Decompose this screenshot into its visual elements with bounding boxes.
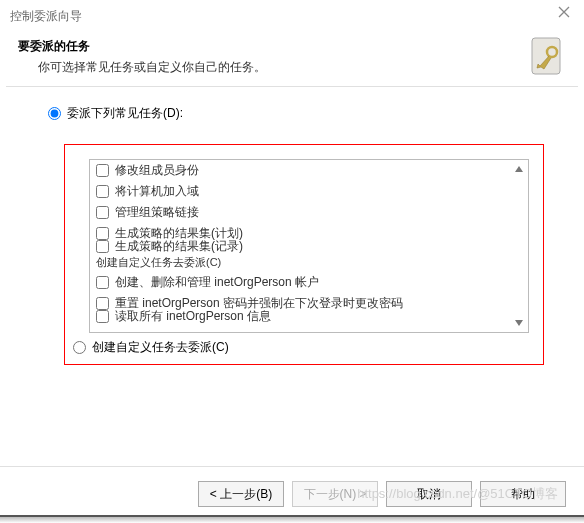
radio-common-label: 委派下列常见任务(D): [67, 105, 183, 122]
task-item[interactable]: 修改组成员身份 [90, 160, 528, 181]
task-label: 管理组策略链接 [115, 204, 199, 221]
close-button[interactable] [558, 6, 578, 26]
cancel-button[interactable]: 取消 [386, 481, 472, 507]
task-item[interactable]: 读取所有 inetOrgPerson 信息 [90, 306, 528, 327]
task-checkbox[interactable] [96, 240, 109, 253]
task-item[interactable]: 管理组策略链接 [90, 202, 528, 223]
wizard-header: 要委派的任务 你可选择常见任务或自定义你自己的任务。 [0, 32, 584, 86]
next-button: 下一步(N) > [292, 481, 378, 507]
radio-custom-task[interactable]: 创建自定义任务去委派(C) [73, 339, 543, 356]
header-desc: 你可选择常见任务或自定义你自己的任务。 [38, 59, 566, 76]
close-icon [558, 6, 570, 18]
task-item[interactable]: 创建自定义任务去委派(C) [90, 253, 528, 272]
radio-common-tasks[interactable]: 委派下列常见任务(D): [48, 105, 544, 122]
scroll-down-icon[interactable] [512, 316, 526, 330]
button-row: < 上一步(B) 下一步(N) > 取消 帮助 [0, 466, 584, 507]
scroll-up-icon[interactable] [512, 162, 526, 176]
task-label: 创建、删除和管理 inetOrgPerson 帐户 [115, 274, 319, 291]
back-button[interactable]: < 上一步(B) [198, 481, 284, 507]
task-checkbox[interactable] [96, 310, 109, 323]
task-label: 读取所有 inetOrgPerson 信息 [115, 308, 271, 325]
task-listbox[interactable]: 修改组成员身份 将计算机加入域 管理组策略链接 生成策略的结果集(计划) 生成策… [89, 159, 529, 333]
task-list-inner: 修改组成员身份 将计算机加入域 管理组策略链接 生成策略的结果集(计划) 生成策… [90, 160, 528, 327]
task-checkbox[interactable] [96, 206, 109, 219]
key-icon [526, 36, 566, 76]
task-checkbox[interactable] [96, 276, 109, 289]
task-checkbox[interactable] [96, 185, 109, 198]
task-item[interactable]: 创建、删除和管理 inetOrgPerson 帐户 [90, 272, 528, 293]
task-item[interactable]: 将计算机加入域 [90, 181, 528, 202]
highlight-box: 修改组成员身份 将计算机加入域 管理组策略链接 生成策略的结果集(计划) 生成策… [64, 144, 544, 365]
task-checkbox[interactable] [96, 164, 109, 177]
bottom-strip [0, 515, 584, 523]
titlebar: 控制委派向导 [0, 0, 584, 32]
radio-custom-label: 创建自定义任务去委派(C) [92, 339, 229, 356]
radio-common-input[interactable] [48, 107, 61, 120]
titlebar-text: 控制委派向导 [10, 8, 82, 25]
header-divider [6, 86, 578, 87]
wizard-body: 委派下列常见任务(D): 修改组成员身份 将计算机加入域 管理组策略链接 生成策… [0, 105, 584, 365]
radio-custom-input[interactable] [73, 341, 86, 354]
task-label: 创建自定义任务去委派(C) [96, 255, 221, 270]
header-title: 要委派的任务 [18, 38, 566, 55]
task-label: 将计算机加入域 [115, 183, 199, 200]
task-label: 修改组成员身份 [115, 162, 199, 179]
help-button[interactable]: 帮助 [480, 481, 566, 507]
